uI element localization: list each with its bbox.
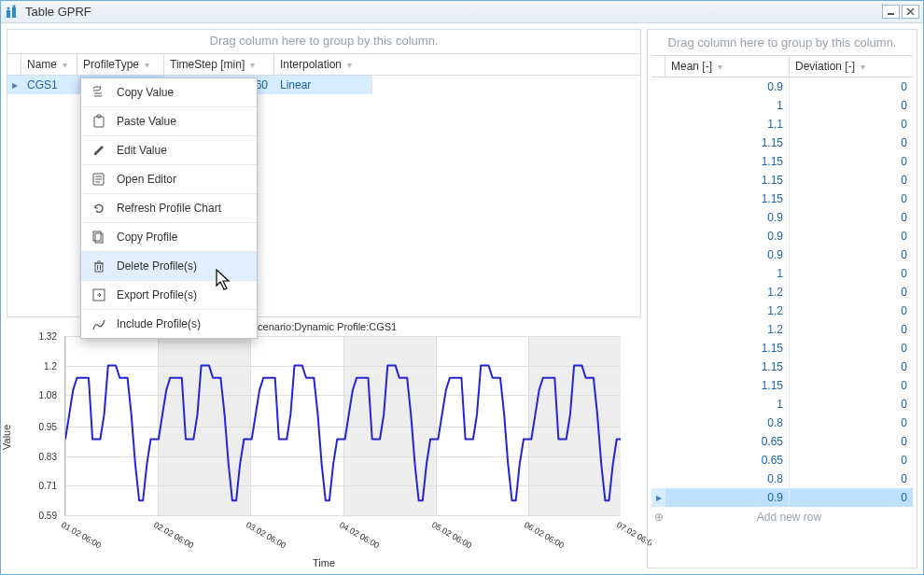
table-row[interactable]: 1.150 xyxy=(651,171,913,189)
col-interpolation[interactable]: Interpolation▾ xyxy=(274,54,372,75)
menu-refresh[interactable]: Refresh Profile Chart xyxy=(81,194,257,223)
col-timestep[interactable]: TimeStep [min]▾ xyxy=(164,54,274,75)
cell-deviation[interactable]: 0 xyxy=(790,133,913,152)
cell-deviation[interactable]: 0 xyxy=(790,358,913,376)
table-row[interactable]: 1.20 xyxy=(651,302,913,320)
cell-interpolation[interactable]: Linear xyxy=(274,76,372,94)
filter-icon[interactable]: ▾ xyxy=(145,60,149,70)
cell-deviation[interactable]: 0 xyxy=(790,77,913,96)
cell-mean[interactable]: 0.65 xyxy=(665,432,790,451)
table-row[interactable]: 1.150 xyxy=(651,133,913,152)
table-row[interactable]: 1.10 xyxy=(651,115,913,133)
plot-area[interactable] xyxy=(64,336,621,516)
titlebar[interactable]: Table GPRF xyxy=(1,1,923,23)
cell-mean[interactable]: 1 xyxy=(665,96,790,115)
table-row[interactable]: 10 xyxy=(651,395,913,414)
cell-mean[interactable]: 0.9 xyxy=(665,245,790,264)
filter-icon[interactable]: ▾ xyxy=(63,60,67,70)
minimize-button[interactable] xyxy=(882,5,900,19)
cell-mean[interactable]: 1.15 xyxy=(665,189,790,208)
table-row[interactable]: 0.90 xyxy=(651,227,913,245)
cell-name[interactable]: CGS1 xyxy=(21,76,77,94)
col-mean[interactable]: Mean [-]▾ xyxy=(665,56,790,77)
table-row[interactable]: 1.150 xyxy=(651,189,913,208)
table-row[interactable]: 1.150 xyxy=(651,339,913,358)
cell-deviation[interactable]: 0 xyxy=(790,171,913,189)
cell-deviation[interactable]: 0 xyxy=(790,264,913,283)
table-row[interactable]: 1.150 xyxy=(651,152,913,171)
cell-mean[interactable]: 0.8 xyxy=(665,470,790,488)
cell-mean[interactable]: 1.2 xyxy=(665,302,790,320)
cell-mean[interactable]: 1.15 xyxy=(665,171,790,189)
cell-mean[interactable]: 1.15 xyxy=(665,376,790,395)
cell-deviation[interactable]: 0 xyxy=(790,96,913,115)
table-row[interactable]: 0.90 xyxy=(651,245,913,264)
table-row[interactable]: ▸0.90 xyxy=(651,488,913,507)
cell-deviation[interactable]: 0 xyxy=(790,414,913,432)
cell-mean[interactable]: 0.9 xyxy=(665,208,790,227)
cell-deviation[interactable]: 0 xyxy=(790,189,913,208)
cell-mean[interactable]: 1.1 xyxy=(665,115,790,133)
cell-deviation[interactable]: 0 xyxy=(790,208,913,227)
table-row[interactable]: 0.90 xyxy=(651,77,913,96)
cell-mean[interactable]: 1.15 xyxy=(665,152,790,171)
menu-delete[interactable]: Delete Profile(s) xyxy=(81,252,257,281)
menu-edit[interactable]: Edit Value xyxy=(81,136,257,165)
table-row[interactable]: 1.20 xyxy=(651,283,913,302)
table-row[interactable]: 10 xyxy=(651,264,913,283)
table-row[interactable]: 1.20 xyxy=(651,320,913,339)
cell-deviation[interactable]: 0 xyxy=(790,339,913,358)
col-deviation[interactable]: Deviation [-]▾ xyxy=(790,56,913,77)
cell-mean[interactable]: 1.2 xyxy=(665,320,790,339)
table-row[interactable]: 1.150 xyxy=(651,358,913,376)
cell-mean[interactable]: 1 xyxy=(665,395,790,414)
cell-deviation[interactable]: 0 xyxy=(790,115,913,133)
menu-paste[interactable]: Paste Value xyxy=(81,107,257,136)
cell-mean[interactable]: 1.2 xyxy=(665,283,790,302)
menu-include[interactable]: Include Profile(s) xyxy=(81,310,257,338)
cell-mean[interactable]: 0.65 xyxy=(665,451,790,470)
cell-deviation[interactable]: 0 xyxy=(790,488,913,507)
cell-mean[interactable]: 0.8 xyxy=(665,414,790,432)
cell-mean[interactable]: 0.9 xyxy=(665,227,790,245)
cell-mean[interactable]: 1.15 xyxy=(665,339,790,358)
col-name[interactable]: Name▾ xyxy=(21,54,77,75)
table-row[interactable]: 0.650 xyxy=(651,451,913,470)
cell-deviation[interactable]: 0 xyxy=(790,320,913,339)
cell-mean[interactable]: 1.15 xyxy=(665,358,790,376)
cell-deviation[interactable]: 0 xyxy=(790,283,913,302)
table-row[interactable]: 0.650 xyxy=(651,432,913,451)
profile-grid[interactable]: Name▾ ProfileType▾ TimeStep [min]▾ Inter… xyxy=(7,53,640,315)
close-button[interactable] xyxy=(902,5,919,19)
filter-icon[interactable]: ▾ xyxy=(861,62,865,72)
menu-editor[interactable]: Open Editor xyxy=(81,165,257,194)
menu-copy-value[interactable]: Copy Value xyxy=(81,78,257,107)
filter-icon[interactable]: ▾ xyxy=(718,62,722,72)
profile-chart[interactable]: Scenario:Dynamic Profile:CGS1 Value 1.32… xyxy=(7,319,641,568)
cell-deviation[interactable]: 0 xyxy=(790,451,913,470)
table-row[interactable]: 10 xyxy=(651,96,913,115)
add-row[interactable]: ⊕ Add new row xyxy=(651,507,913,527)
filter-icon[interactable]: ▾ xyxy=(250,60,255,70)
cell-deviation[interactable]: 0 xyxy=(790,432,913,451)
table-row[interactable]: 0.80 xyxy=(651,470,913,488)
cell-mean[interactable]: 0.9 xyxy=(665,77,790,96)
cell-deviation[interactable]: 0 xyxy=(790,395,913,414)
table-row[interactable]: 0.90 xyxy=(651,208,913,227)
cell-mean[interactable]: 0.9 xyxy=(665,488,790,507)
menu-export[interactable]: Export Profile(s) xyxy=(81,281,257,310)
cell-deviation[interactable]: 0 xyxy=(790,302,913,320)
cell-mean[interactable]: 1 xyxy=(665,264,790,283)
cell-deviation[interactable]: 0 xyxy=(790,245,913,264)
cell-deviation[interactable]: 0 xyxy=(790,376,913,395)
cell-mean[interactable]: 1.15 xyxy=(665,133,790,152)
menu-copy[interactable]: Copy Profile xyxy=(81,223,257,252)
table-row[interactable]: 1.150 xyxy=(651,376,913,395)
values-grid-body[interactable]: 0.90101.101.1501.1501.1501.1500.900.900.… xyxy=(651,77,913,507)
col-profiletype[interactable]: ProfileType▾ xyxy=(77,54,164,75)
filter-icon[interactable]: ▾ xyxy=(347,60,352,70)
table-row[interactable]: 0.80 xyxy=(651,414,913,432)
cell-deviation[interactable]: 0 xyxy=(790,470,913,488)
cell-deviation[interactable]: 0 xyxy=(790,227,913,245)
cell-deviation[interactable]: 0 xyxy=(790,152,913,171)
